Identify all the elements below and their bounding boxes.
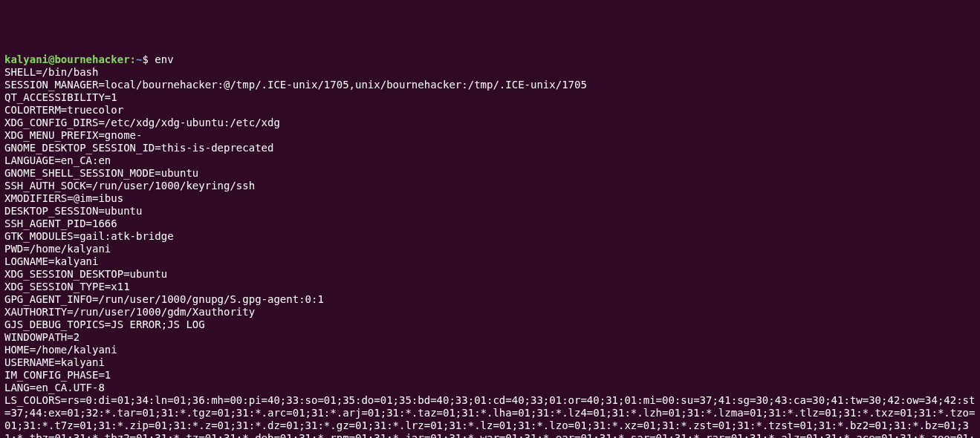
env-output-line: COLORTERM=truecolor <box>4 104 123 116</box>
env-output-line: XAUTHORITY=/run/user/1000/gdm/Xauthority <box>4 306 255 318</box>
env-output-line: XMODIFIERS=@im=ibus <box>4 192 123 204</box>
env-output-line: XDG_MENU_PREFIX=gnome- <box>4 129 142 141</box>
env-output-line: SSH_AUTH_SOCK=/run/user/1000/keyring/ssh <box>4 180 255 192</box>
env-output-line: WINDOWPATH=2 <box>4 331 79 343</box>
env-output-line: XDG_SESSION_TYPE=x11 <box>4 281 130 292</box>
env-output-line: LOGNAME=kalyani <box>4 255 98 267</box>
env-output-line: SHELL=/bin/bash <box>4 66 98 78</box>
env-output-line: PWD=/home/kalyani <box>4 243 111 255</box>
env-output-line: LANGUAGE=en_CA:en <box>4 154 111 166</box>
env-output-line: LS_COLORS=rs=0:di=01;34:ln=01;36:mh=00:p… <box>4 394 975 438</box>
terminal[interactable]: kalyani@bournehacker:~$ env SHELL=/bin/b… <box>4 53 976 438</box>
prompt-dollar: $ <box>142 53 155 65</box>
env-output-line: GPG_AGENT_INFO=/run/user/1000/gnupg/S.gp… <box>4 293 324 305</box>
env-output-line: XDG_CONFIG_DIRS=/etc/xdg/xdg-ubuntu:/etc… <box>4 117 280 128</box>
env-output-line: USERNAME=kalyani <box>4 356 105 368</box>
prompt-user-host: kalyani@bournehacker <box>4 53 130 65</box>
env-output-line: LANG=en_CA.UTF-8 <box>4 382 105 393</box>
prompt-colon: : <box>130 53 136 65</box>
env-output-line: QT_ACCESSIBILITY=1 <box>4 91 117 103</box>
env-output-line: XDG_SESSION_DESKTOP=ubuntu <box>4 268 167 280</box>
env-output-line: GJS_DEBUG_TOPICS=JS ERROR;JS LOG <box>4 318 205 330</box>
env-output-line: SESSION_MANAGER=local/bournehacker:@/tmp… <box>4 79 587 91</box>
env-output-line: DESKTOP_SESSION=ubuntu <box>4 205 142 217</box>
env-output-line: GTK_MODULES=gail:atk-bridge <box>4 230 174 242</box>
env-output-line: HOME=/home/kalyani <box>4 344 117 356</box>
env-output-line: SSH_AGENT_PID=1666 <box>4 218 117 229</box>
env-output-line: GNOME_SHELL_SESSION_MODE=ubuntu <box>4 167 198 179</box>
env-output-line: IM_CONFIG_PHASE=1 <box>4 369 111 381</box>
env-output-line: GNOME_DESKTOP_SESSION_ID=this-is-depreca… <box>4 142 273 154</box>
command-input: env <box>155 53 173 65</box>
